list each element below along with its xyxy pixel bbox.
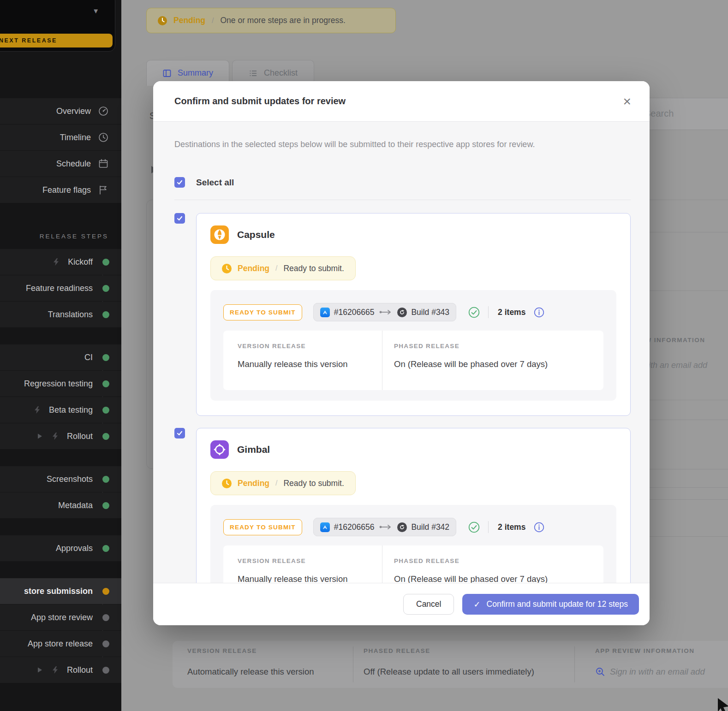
step-label: Beta testing [49, 405, 93, 415]
step-status-dot [102, 259, 109, 266]
sidebar-item-label: Schedule [56, 159, 91, 169]
sidebar-step-kickoff[interactable]: Kickoff [0, 249, 121, 275]
clock-icon [98, 132, 109, 143]
ready-to-submit-badge: READY TO SUBMIT [223, 304, 302, 320]
release-selector[interactable]: ▼ NEXT RELEASE [0, 0, 115, 52]
build-icon [397, 522, 407, 532]
status-label: Pending [173, 16, 205, 25]
sidebar-step-feature-readiness[interactable]: Feature readiness [0, 275, 121, 301]
expander-icon[interactable] [36, 666, 44, 674]
sidebar-step-metadata[interactable]: Metadata [0, 492, 121, 518]
build-pill[interactable]: #16206665 Build #343 [313, 303, 456, 321]
bolt-icon [52, 258, 60, 266]
success-check-icon [468, 521, 480, 533]
status-message: Ready to submit. [283, 264, 344, 273]
tab-checklist-label: Checklist [264, 68, 298, 78]
step-group: CIRegression testingBeta testingRollout [0, 344, 121, 449]
step-label: Kickoff [68, 257, 93, 267]
sidebar-step-app-store-review[interactable]: App store review [0, 604, 121, 630]
status-separator: / [212, 17, 214, 25]
step-status-dot [102, 380, 109, 387]
pending-clock-icon [222, 264, 232, 273]
modal-description: Destinations in the selected steps below… [174, 140, 631, 149]
divider [488, 306, 489, 318]
group-gap [0, 450, 121, 466]
step-label: Approvals [56, 544, 93, 553]
version-release-label: VERSION RELEASE [238, 557, 382, 564]
sidebar-item-timeline[interactable]: Timeline [0, 124, 121, 150]
modal-footer: Cancel ✓ Confirm and submit update for 1… [153, 583, 650, 625]
confirm-submit-modal: Confirm and submit updates for review × … [153, 81, 650, 625]
sidebar-step-translations[interactable]: Translations [0, 302, 121, 327]
sidebar-step-store-submission[interactable]: store submission [0, 578, 121, 604]
sidebar-step-ci[interactable]: CI [0, 344, 121, 370]
step-label: Rollout [67, 432, 93, 441]
version-release-value: Manually release this version [238, 359, 382, 369]
bolt-icon [51, 666, 60, 674]
sidebar-step-rollout[interactable]: Rollout [0, 657, 121, 683]
build-pill[interactable]: #16206656 Build #342 [313, 518, 456, 536]
status-message: One or more steps are in progress. [220, 16, 345, 25]
app-store-icon [320, 308, 330, 317]
close-icon[interactable]: × [623, 95, 631, 108]
sidebar-step-screenshots[interactable]: Screenshots [0, 466, 121, 492]
list-icon [249, 69, 258, 78]
sidebar-item-schedule[interactable]: Schedule [0, 151, 121, 177]
release-status-banner: Pending / One or more steps are in progr… [146, 8, 396, 33]
sidebar-step-app-store-release[interactable]: App store release [0, 631, 121, 657]
bolt-icon [33, 406, 42, 414]
step-label: Metadata [58, 501, 93, 510]
app-store-icon [320, 522, 330, 532]
step-status-dot [102, 285, 109, 292]
sidebar-item-feature-flags[interactable]: Feature flags [0, 177, 121, 203]
sidebar-step-approvals[interactable]: Approvals [0, 535, 121, 561]
step-label: Screenshots [47, 474, 93, 484]
step-status-dot [102, 476, 109, 483]
column-divider [574, 646, 575, 682]
version-release-value: Automatically release this version [187, 667, 314, 677]
chevron-down-icon[interactable]: ▼ [92, 7, 99, 15]
card-checkbox[interactable] [174, 428, 185, 438]
pending-clock-icon [158, 16, 167, 25]
step-label: App store review [31, 613, 93, 622]
next-release-badge: NEXT RELEASE [0, 34, 113, 47]
modal-body: Destinations in the selected steps below… [153, 122, 650, 625]
step-group: KickoffFeature readinessTranslations [0, 249, 121, 327]
app-name: Capsule [237, 229, 275, 240]
step-label: Translations [48, 310, 93, 320]
expander-icon[interactable] [36, 432, 44, 440]
step-status-dot [102, 407, 109, 414]
info-icon[interactable] [534, 522, 544, 533]
info-icon[interactable] [534, 307, 544, 318]
cancel-button[interactable]: Cancel [403, 594, 454, 615]
sidebar-item-overview[interactable]: Overview [0, 98, 121, 124]
tab-summary-label: Summary [178, 68, 213, 78]
build-number: Build #342 [411, 522, 449, 532]
phased-release-value: Off (Release update to all users immedia… [364, 667, 534, 677]
maps-to-icon [379, 309, 392, 315]
step-label: Rollout [67, 665, 93, 675]
layout-icon [162, 69, 172, 78]
sidebar-step-beta-testing[interactable]: Beta testing [0, 397, 121, 423]
submission-id: #16206656 [334, 522, 375, 532]
confirm-button[interactable]: ✓ Confirm and submit update for 12 steps [462, 594, 639, 615]
step-label: CI [84, 353, 93, 362]
divider [174, 200, 631, 200]
confirm-button-label: Confirm and submit update for 12 steps [487, 599, 628, 609]
step-group: ScreenshotsMetadata [0, 466, 121, 518]
submission-id: #16206665 [334, 308, 375, 317]
pending-clock-icon [222, 479, 232, 488]
release-steps-header: RELEASE STEPS [0, 223, 121, 249]
mouse-cursor [715, 696, 728, 711]
step-status-dot [102, 667, 109, 674]
release-options-card: VERSION RELEASE Manually release this ve… [223, 331, 603, 390]
select-all-checkbox[interactable] [174, 177, 185, 188]
card-checkbox[interactable] [174, 213, 185, 224]
step-status-dot [102, 354, 109, 361]
step-status-dot [102, 640, 109, 647]
status-separator: / [275, 479, 277, 487]
step-label: Feature readiness [26, 284, 93, 293]
group-gap [0, 683, 121, 700]
sidebar-step-regression-testing[interactable]: Regression testing [0, 371, 121, 397]
sidebar-step-rollout[interactable]: Rollout [0, 423, 121, 449]
